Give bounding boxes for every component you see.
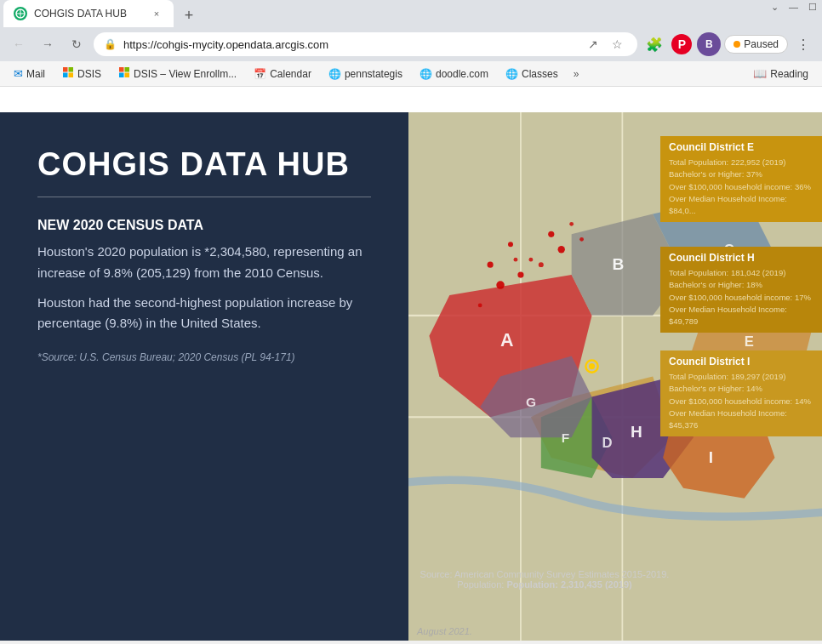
globe-icon-3: 🌐: [505, 68, 518, 80]
svg-point-27: [528, 258, 533, 262]
left-panel: COHGIS DATA HUB NEW 2020 CENSUS DATA Hou…: [0, 112, 408, 641]
title-divider: [37, 197, 371, 197]
bookmark-calendar[interactable]: 📅 Calendar: [247, 66, 318, 82]
forward-button[interactable]: →: [36, 32, 60, 56]
bookmark-mail[interactable]: ✉ Mail: [7, 66, 52, 82]
bookmark-dsis2[interactable]: DSIS – View Enrollm...: [111, 65, 243, 83]
svg-text:D: D: [602, 435, 612, 451]
reading-list-button[interactable]: 📖 Reading: [746, 66, 815, 82]
source-text: Source: American Community Survey Estima…: [417, 569, 672, 590]
svg-text:H: H: [631, 423, 642, 441]
svg-point-25: [488, 262, 494, 268]
district-h-box: Council District H Total Population: 181…: [660, 247, 822, 333]
svg-point-33: [478, 304, 482, 308]
svg-point-28: [548, 231, 554, 237]
hero-section: COHGIS DATA HUB NEW 2020 CENSUS DATA Hou…: [0, 112, 822, 641]
browser-icons: 🧩 P B Paused ⋮: [642, 32, 815, 56]
paused-button[interactable]: Paused: [724, 35, 788, 54]
tab-favicon: [14, 7, 27, 20]
address-bar-row: ← → ↻ 🔒 https://cohgis-mycity.opendata.a…: [0, 27, 822, 61]
svg-point-26: [508, 242, 513, 247]
svg-text:A: A: [500, 330, 514, 350]
reload-button[interactable]: ↻: [65, 32, 88, 56]
svg-point-47: [589, 363, 595, 369]
svg-text:E: E: [745, 333, 754, 350]
august-note: August 2021.: [417, 626, 472, 636]
more-bookmarks-button[interactable]: »: [570, 66, 583, 82]
census-source: *Source: U.S. Census Bureau; 2020 Census…: [37, 351, 371, 363]
reading-icon: 📖: [753, 67, 767, 80]
census-body-1: Houston's 2020 population is *2,304,580,…: [37, 242, 371, 284]
census-heading: NEW 2020 CENSUS DATA: [37, 218, 371, 233]
district-i-box: Council District I Total Population: 189…: [660, 350, 822, 436]
svg-point-29: [569, 222, 574, 226]
svg-rect-10: [125, 73, 130, 78]
svg-rect-3: [63, 67, 68, 72]
ms-icon-1: [62, 66, 74, 81]
svg-rect-5: [63, 73, 68, 78]
globe-icon-2: 🌐: [420, 68, 432, 80]
census-body-2: Houston had the second-highest populatio…: [37, 293, 371, 335]
restore-button[interactable]: ⌄: [766, 0, 784, 14]
ms-icon-2: [118, 66, 130, 81]
svg-rect-9: [119, 73, 124, 78]
svg-text:F: F: [562, 430, 569, 445]
svg-point-32: [539, 262, 544, 267]
tab-bar: COHGIS DATA HUB × +: [0, 0, 822, 27]
svg-point-35: [579, 237, 584, 242]
bookmarks-bar: ✉ Mail DSIS: [0, 61, 822, 87]
svg-rect-6: [69, 73, 74, 78]
minimize-button[interactable]: —: [784, 0, 803, 14]
menu-button[interactable]: ⋮: [791, 32, 815, 56]
svg-rect-4: [69, 67, 74, 72]
maximize-button[interactable]: ☐: [803, 0, 822, 14]
address-actions: ↗ ☆: [583, 34, 627, 54]
svg-text:I: I: [709, 448, 713, 466]
right-panel: A B C D E F G H I Council: [408, 112, 822, 641]
district-e-box: Council District E Total Population: 222…: [660, 136, 822, 222]
tab-close-button[interactable]: ×: [150, 7, 163, 20]
new-tab-button[interactable]: +: [177, 3, 201, 27]
svg-text:B: B: [612, 255, 624, 273]
svg-rect-8: [125, 67, 130, 72]
bookmark-star-button[interactable]: ☆: [607, 34, 627, 54]
bookmark-doodle[interactable]: 🌐 doodle.com: [413, 66, 495, 82]
lock-icon: 🔒: [104, 38, 117, 50]
hub-title: COHGIS DATA HUB: [37, 146, 371, 183]
share-button[interactable]: ↗: [583, 34, 603, 54]
address-bar[interactable]: 🔒 https://cohgis-mycity.opendata.arcgis.…: [94, 32, 637, 56]
svg-rect-7: [119, 67, 124, 72]
bookmark-classes[interactable]: 🌐 Classes: [499, 66, 565, 82]
outlook-icon: ✉: [14, 67, 23, 80]
globe-icon-1: 🌐: [328, 68, 341, 80]
url-text: https://cohgis-mycity.opendata.arcgis.co…: [123, 38, 576, 51]
svg-point-36: [514, 258, 518, 262]
svg-text:G: G: [526, 395, 536, 409]
calendar-icon: 📅: [254, 68, 266, 80]
pinterest-icon[interactable]: P: [670, 32, 694, 56]
extensions-button[interactable]: 🧩: [642, 32, 666, 56]
main-content: COHGIS DATA HUB NEW 2020 CENSUS DATA Hou…: [0, 112, 822, 641]
svg-point-30: [496, 281, 505, 289]
paused-indicator: [734, 41, 740, 48]
bookmark-dsis1[interactable]: DSIS: [55, 65, 108, 83]
tab-title: COHGIS DATA HUB: [34, 8, 143, 20]
browser-chrome: ⌄ — ☐ COHGIS DATA HUB × + ← → ↻ 🔒 https:…: [0, 0, 822, 112]
profile-button[interactable]: B: [697, 32, 721, 56]
svg-point-34: [558, 246, 565, 253]
back-button[interactable]: ←: [7, 32, 31, 56]
new-tab-bar: [0, 87, 822, 112]
bookmark-pennstategis[interactable]: 🌐 pennstategis: [322, 66, 409, 82]
svg-point-31: [517, 271, 523, 277]
active-tab[interactable]: COHGIS DATA HUB ×: [3, 0, 174, 27]
